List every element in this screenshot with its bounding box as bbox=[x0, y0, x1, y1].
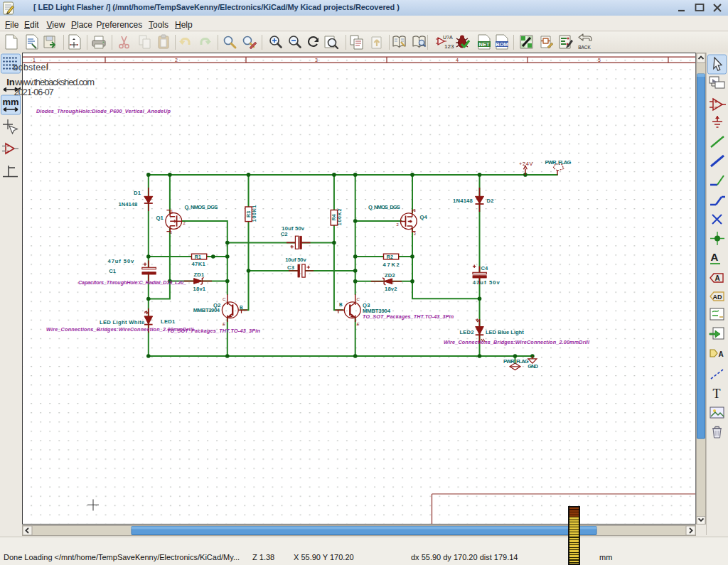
svg-text:ZD2: ZD2 bbox=[385, 272, 395, 279]
svg-text:B: B bbox=[240, 305, 243, 310]
svg-text:C1: C1 bbox=[109, 268, 117, 274]
svg-text:www.thebackshed.com: www.thebackshed.com bbox=[14, 77, 95, 87]
svg-text:10uf 50v: 10uf 50v bbox=[285, 257, 306, 263]
svg-text:18v1: 18v1 bbox=[193, 286, 206, 292]
svg-text:AD: AD bbox=[713, 294, 722, 301]
svg-text:LED2: LED2 bbox=[459, 329, 473, 335]
svg-text:Q_NMOS_DGS: Q_NMOS_DGS bbox=[368, 204, 400, 210]
svg-text:123: 123 bbox=[444, 43, 454, 50]
svg-text:LED Light White: LED Light White bbox=[100, 319, 145, 325]
svg-text:Q1: Q1 bbox=[156, 215, 164, 221]
svg-text:TO_SOT_Packages_THT.TO-43_3Pin: TO_SOT_Packages_THT.TO-43_3Pin bbox=[167, 328, 261, 334]
svg-text:BACK: BACK bbox=[578, 45, 591, 50]
svg-text:47uf 50v: 47uf 50v bbox=[473, 279, 500, 286]
svg-text:R2: R2 bbox=[387, 254, 393, 259]
svg-text:D2: D2 bbox=[487, 198, 494, 204]
svg-text:Q4: Q4 bbox=[419, 214, 427, 220]
svg-text:100K2: 100K2 bbox=[337, 208, 342, 225]
svg-text:bobsteel: bobsteel bbox=[14, 63, 48, 72]
svg-text:ZD1: ZD1 bbox=[193, 271, 205, 278]
svg-text:NET: NET bbox=[479, 41, 490, 48]
svg-text:C4: C4 bbox=[481, 265, 488, 271]
svg-text:T: T bbox=[713, 387, 721, 401]
svg-text:C3: C3 bbox=[287, 264, 294, 271]
svg-text:A: A bbox=[718, 350, 723, 358]
svg-text:18v2: 18v2 bbox=[385, 286, 397, 292]
svg-text:100K1: 100K1 bbox=[252, 205, 257, 222]
svg-text:47uf 50v: 47uf 50v bbox=[108, 258, 135, 264]
svg-text:R3: R3 bbox=[246, 211, 251, 217]
svg-text:LED1: LED1 bbox=[161, 318, 176, 325]
svg-text:GND: GND bbox=[528, 363, 538, 370]
svg-text:Wire_Connections_Bridges:WireC: Wire_Connections_Bridges:WireConnection_… bbox=[444, 339, 590, 345]
svg-text:47K1: 47K1 bbox=[192, 261, 206, 267]
svg-text:A: A bbox=[711, 251, 719, 263]
svg-text:MMBT3904: MMBT3904 bbox=[193, 307, 220, 313]
svg-text:LED Blue Light: LED Blue Light bbox=[486, 329, 524, 335]
svg-text:A: A bbox=[714, 274, 719, 282]
svg-text:1N4148: 1N4148 bbox=[119, 201, 138, 208]
svg-text:R4: R4 bbox=[331, 214, 336, 220]
svg-text:PWR_FLAG: PWR_FLAG bbox=[503, 358, 529, 365]
svg-text:C: C bbox=[223, 296, 226, 301]
svg-text:C: C bbox=[357, 296, 360, 301]
svg-text:U?A: U?A bbox=[443, 35, 453, 40]
svg-text:BOM: BOM bbox=[496, 41, 508, 48]
svg-text:TO_SOT_Packages_THT.TO-43_3Pin: TO_SOT_Packages_THT.TO-43_3Pin bbox=[363, 313, 454, 320]
svg-text:2021-06-07: 2021-06-07 bbox=[14, 87, 54, 97]
svg-text:1N4148: 1N4148 bbox=[453, 198, 473, 204]
svg-text:R1: R1 bbox=[195, 254, 201, 259]
svg-text:Capacitors_ThroughHole:C_Radia: Capacitors_ThroughHole:C_Radial_D10_L20_ bbox=[78, 279, 186, 286]
svg-text:Q_NMOS_DGS: Q_NMOS_DGS bbox=[184, 204, 218, 210]
svg-text:B: B bbox=[339, 302, 343, 307]
svg-text:C2: C2 bbox=[281, 231, 288, 237]
svg-text:47K2: 47K2 bbox=[383, 262, 400, 268]
